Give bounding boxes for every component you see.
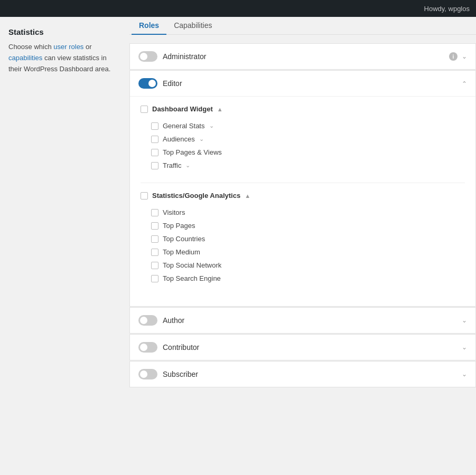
chevron-editor[interactable]: ⌄ — [462, 80, 467, 87]
checkbox-traffic[interactable] — [151, 162, 158, 169]
role-actions-subscriber: ⌄ — [462, 370, 467, 378]
cap-item-top-countries: Top Countries — [141, 232, 465, 245]
role-row-subscriber: Subscriber ⌄ — [129, 361, 476, 387]
role-row-contributor: Contributor ⌄ — [129, 334, 476, 360]
toggle-subscriber[interactable] — [138, 369, 157, 379]
cap-item-top-pages-views: Top Pages & Views — [141, 146, 465, 159]
checkbox-audiences[interactable] — [151, 136, 158, 143]
expand-icon-audiences[interactable]: ⌄ — [199, 136, 204, 142]
label-top-pages-views: Top Pages & Views — [163, 148, 222, 156]
cap-section-header-dashboard-widget: Dashboard Widget ▲ — [141, 105, 465, 113]
role-row-author: Author ⌄ — [129, 307, 476, 334]
toggle-administrator[interactable] — [138, 51, 157, 62]
section-divider — [141, 183, 465, 183]
section-checkbox-dashboard-widget[interactable] — [141, 106, 148, 113]
cap-item-general-stats: General Stats ⌄ — [141, 119, 465, 132]
tabs-bar: Roles Capabilities — [129, 17, 476, 35]
label-top-countries: Top Countries — [163, 235, 205, 243]
cap-item-top-medium: Top Medium — [141, 245, 465, 259]
label-top-pages: Top Pages — [163, 222, 195, 230]
role-label-author: Author — [163, 316, 462, 325]
role-actions-editor: ⌄ — [462, 80, 467, 87]
toggle-contributor[interactable] — [138, 342, 157, 353]
role-label-administrator: Administrator — [163, 52, 449, 61]
cap-section-header-statistics-ga: Statistics/Google Analytics ▲ — [141, 192, 465, 200]
toggle-author[interactable] — [138, 315, 157, 326]
top-bar: Howdy, wpglos — [0, 0, 476, 17]
role-label-subscriber: Subscriber — [163, 370, 462, 378]
capabilities-link[interactable]: capabilities — [8, 54, 42, 62]
cap-item-visitors: Visitors — [141, 206, 465, 219]
cap-item-top-pages: Top Pages — [141, 219, 465, 232]
role-label-editor: Editor — [163, 79, 462, 88]
expand-icon-traffic[interactable]: ⌄ — [185, 162, 190, 169]
label-visitors: Visitors — [163, 208, 185, 216]
role-expanded-editor: Dashboard Widget ▲ General Stats ⌄ Audie… — [130, 96, 475, 306]
toggle-editor[interactable] — [138, 78, 157, 89]
role-actions-contributor: ⌄ — [462, 344, 467, 351]
checkbox-top-countries[interactable] — [151, 235, 158, 243]
role-label-contributor: Contributor — [163, 343, 462, 352]
checkbox-top-search-engine[interactable] — [151, 275, 158, 282]
label-audiences: Audiences — [163, 135, 195, 143]
role-header-author[interactable]: Author ⌄ — [130, 308, 475, 333]
chevron-author[interactable]: ⌄ — [462, 317, 467, 324]
cap-item-top-search-engine: Top Search Engine — [141, 272, 465, 285]
cap-section-title-statistics-ga: Statistics/Google Analytics — [152, 192, 240, 200]
role-header-editor[interactable]: Editor ⌄ — [130, 71, 475, 96]
main-content: Roles Capabilities Administrator i ⌄ — [129, 17, 476, 475]
cap-item-audiences: Audiences ⌄ — [141, 132, 465, 146]
label-top-search-engine: Top Search Engine — [163, 274, 221, 282]
role-header-administrator[interactable]: Administrator i ⌄ — [130, 44, 475, 69]
label-top-medium: Top Medium — [163, 248, 200, 256]
role-header-contributor[interactable]: Contributor ⌄ — [130, 335, 475, 360]
role-row-administrator: Administrator i ⌄ — [129, 43, 476, 70]
sidebar-title: Statistics — [8, 27, 121, 36]
expand-icon-general-stats[interactable]: ⌄ — [209, 122, 214, 129]
cap-item-top-social-network: Top Social Network — [141, 259, 465, 272]
sidebar-description: Choose which user roles or capabilities … — [8, 42, 121, 74]
role-row-editor: Editor ⌄ Dashboard Widget ▲ — [129, 70, 476, 307]
checkbox-top-social-network[interactable] — [151, 262, 158, 269]
howdy-text: Howdy, wpglos — [424, 5, 470, 13]
cap-section-dashboard-widget: Dashboard Widget ▲ General Stats ⌄ Audie… — [141, 105, 465, 172]
tab-roles[interactable]: Roles — [132, 17, 166, 35]
chevron-administrator[interactable]: ⌄ — [462, 53, 467, 60]
checkbox-top-pages-views[interactable] — [151, 149, 158, 156]
sidebar: Statistics Choose which user roles or ca… — [0, 17, 129, 475]
roles-container: Administrator i ⌄ Editor ⌄ — [129, 43, 476, 387]
label-top-social-network: Top Social Network — [163, 261, 221, 269]
checkbox-visitors[interactable] — [151, 209, 158, 216]
cap-section-statistics-ga: Statistics/Google Analytics ▲ Visitors T… — [141, 192, 465, 285]
role-actions-author: ⌄ — [462, 317, 467, 324]
role-header-subscriber[interactable]: Subscriber ⌄ — [130, 362, 475, 387]
checkbox-general-stats[interactable] — [151, 122, 158, 130]
section-checkbox-statistics-ga[interactable] — [141, 192, 148, 200]
chevron-contributor[interactable]: ⌄ — [462, 344, 467, 351]
cap-item-traffic: Traffic ⌄ — [141, 159, 465, 172]
expand-toggle-statistics-ga[interactable]: ▲ — [245, 193, 250, 199]
checkbox-top-pages[interactable] — [151, 222, 158, 230]
user-roles-link[interactable]: user roles — [53, 43, 83, 51]
checkbox-top-medium[interactable] — [151, 249, 158, 256]
cap-section-title-dashboard-widget: Dashboard Widget — [152, 105, 213, 113]
chevron-subscriber[interactable]: ⌄ — [462, 370, 467, 378]
label-general-stats: General Stats — [163, 122, 205, 130]
info-icon-administrator[interactable]: i — [449, 52, 458, 61]
tab-capabilities[interactable]: Capabilities — [166, 17, 219, 35]
expand-toggle-dashboard-widget[interactable]: ▲ — [217, 106, 223, 112]
label-traffic: Traffic — [163, 162, 181, 169]
role-actions-administrator: i ⌄ — [449, 52, 467, 61]
